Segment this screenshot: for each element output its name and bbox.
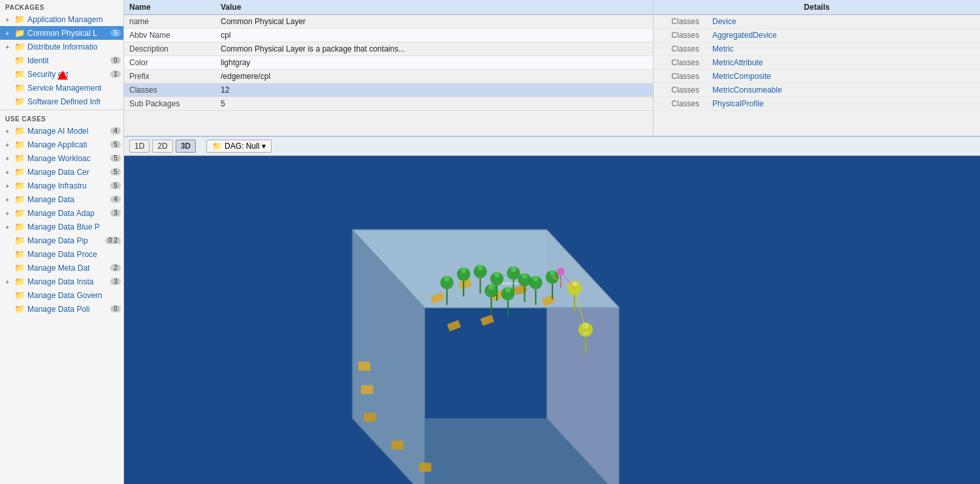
btn-2d[interactable]: 2D <box>152 140 172 153</box>
svg-rect-12 <box>419 463 432 472</box>
svg-rect-11 <box>392 441 404 450</box>
dag-dropdown[interactable]: 📁 DAG: Null ▾ <box>206 140 272 153</box>
sidebar-item-app-mgmt[interactable]: +📁Application Managem <box>0 12 123 26</box>
folder-icon: 📁 <box>14 69 25 79</box>
item-label: Manage Data Poli <box>27 305 108 314</box>
sidebar-item-manage-app[interactable]: +📁Manage Applicati5 <box>0 138 123 151</box>
detail-type: Classes <box>654 42 706 56</box>
item-label: Manage Data Govern <box>27 291 121 300</box>
sidebar-item-manage-meta-dat[interactable]: 📁Manage Meta Dat2 <box>0 261 123 275</box>
sidebar-item-manage-data-gov[interactable]: 📁Manage Data Govern <box>0 288 123 302</box>
table-row[interactable]: Colorlightgray <box>124 56 653 70</box>
sidebar-item-manage-data-cer[interactable]: +📁Manage Data Cer5 <box>0 165 123 179</box>
item-label: Manage Meta Dat <box>27 264 108 273</box>
3d-view: edgemere cpl <box>124 156 980 484</box>
table-row[interactable]: DescriptionCommon Physical Layer is a pa… <box>124 42 653 56</box>
sidebar-item-service-mgmt[interactable]: 📁Service Management <box>0 81 123 95</box>
table-row[interactable]: Classes12 <box>124 83 653 97</box>
properties-body: nameCommon Physical LayerAbbv NamecplDes… <box>124 15 653 111</box>
section-divider <box>0 110 123 110</box>
item-badge: 0 <box>110 57 121 64</box>
svg-rect-18 <box>481 314 495 326</box>
table-row: ClassesMetricConsumeable <box>654 83 980 97</box>
svg-rect-19 <box>447 320 462 332</box>
svg-text:edgemere: edgemere <box>502 281 520 285</box>
table-row: ClassesMetric <box>654 42 980 56</box>
folder-icon: 📁 <box>14 167 25 177</box>
top-panel: Name Value nameCommon Physical LayerAbbv… <box>124 0 980 137</box>
table-row: ClassesMetricComposite <box>654 70 980 83</box>
prop-name: Sub Packages <box>124 97 215 111</box>
table-row[interactable]: Prefix/edgemere/cpl <box>124 70 653 83</box>
item-badge: 3 <box>110 278 121 285</box>
detail-type: Classes <box>654 83 706 97</box>
detail-value: PhysicalProfile <box>706 97 980 111</box>
sidebar-item-manage-workload[interactable]: +📁Manage Workloac5 <box>0 151 123 165</box>
prop-value: lightgray <box>215 56 653 70</box>
dag-arrow-icon: ▾ <box>262 142 266 151</box>
sidebar-item-manage-data-ada[interactable]: +📁Manage Data Adap3 <box>0 206 123 220</box>
detail-value: Device <box>706 15 980 29</box>
item-label: Software Defined Infr <box>27 97 121 106</box>
btn-1d[interactable]: 1D <box>129 140 150 153</box>
sidebar-item-manage-data-blue[interactable]: +📁Manage Data Blue P <box>0 220 123 234</box>
sidebar-item-manage-infra[interactable]: +📁Manage Infrastru5 <box>0 179 123 192</box>
item-badge: 5 <box>110 141 121 148</box>
col-name-header: Name <box>124 0 215 15</box>
folder-icon: 📁 <box>14 14 25 24</box>
details-body: ClassesDeviceClassesAggregatedDeviceClas… <box>654 15 980 111</box>
detail-type: Classes <box>654 29 706 42</box>
svg-rect-10 <box>364 413 376 422</box>
expand-icon: + <box>5 223 13 231</box>
prop-value: cpl <box>215 29 653 42</box>
item-label: Application Managem <box>27 15 121 24</box>
btn-3d[interactable]: 3D <box>176 140 196 153</box>
item-label: Manage Data <box>27 195 108 204</box>
prop-name: Color <box>124 56 215 70</box>
item-badge: 2 <box>110 264 121 271</box>
sidebar-item-identity[interactable]: 📁Identit0 <box>0 53 123 67</box>
prop-name: name <box>124 15 215 29</box>
3d-cube-svg: edgemere cpl <box>242 164 686 484</box>
properties-table: Name Value nameCommon Physical LayerAbbv… <box>124 0 653 111</box>
item-label: Manage Data Blue P <box>27 222 121 232</box>
item-label: Manage Data Insta <box>27 277 108 286</box>
table-row: ClassesPhysicalProfile <box>654 97 980 111</box>
svg-point-50 <box>505 287 511 293</box>
props-scroll[interactable]: Name Value nameCommon Physical LayerAbbv… <box>124 0 653 136</box>
packages-section-label: PACKAGES <box>0 0 123 12</box>
table-row[interactable]: Abbv Namecpl <box>124 29 653 42</box>
folder-icon: 📁 <box>14 55 25 65</box>
table-row[interactable]: nameCommon Physical Layer <box>124 15 653 29</box>
item-badge: 5 <box>110 168 121 175</box>
sidebar-item-manage-data[interactable]: +📁Manage Data4 <box>0 192 123 206</box>
sidebar-item-manage-data-pol[interactable]: 📁Manage Data Poli0 <box>0 302 123 316</box>
svg-point-29 <box>477 265 483 271</box>
use-cases-list: +📁Manage AI Model4+📁Manage Applicati5+📁M… <box>0 124 123 316</box>
sidebar-item-manage-ai[interactable]: +📁Manage AI Model4 <box>0 124 123 138</box>
dag-folder-icon: 📁 <box>212 142 222 151</box>
folder-icon: 📁 <box>14 83 25 93</box>
folder-icon: 📁 <box>14 97 25 106</box>
svg-text:cpl: cpl <box>583 331 588 335</box>
folder-icon: 📁 <box>14 249 25 259</box>
svg-point-47 <box>488 284 494 290</box>
item-badge: 5 <box>110 155 121 162</box>
folder-icon: 📁 <box>14 208 25 218</box>
sidebar-item-software-defined[interactable]: 📁Software Defined Infr <box>0 95 123 108</box>
main-content: Name Value nameCommon Physical LayerAbbv… <box>124 0 980 484</box>
prop-value: 5 <box>215 97 653 111</box>
sidebar-item-manage-data-pip[interactable]: 📁Manage Data Pip0 2 <box>0 234 123 247</box>
item-badge: 1 <box>110 70 121 78</box>
svg-point-38 <box>522 273 528 279</box>
sidebar-item-common-physical[interactable]: +📁Common Physical L5 <box>0 26 123 40</box>
detail-value: MetricConsumeable <box>706 83 980 97</box>
sidebar-item-manage-data-proc[interactable]: 📁Manage Data Proce <box>0 247 123 261</box>
sidebar-item-distributed-info[interactable]: +📁Distribute Informatio <box>0 40 123 53</box>
folder-icon: 📁 <box>14 263 25 273</box>
folder-icon: 📁 <box>14 28 25 38</box>
detail-value: MetricAttribute <box>706 56 980 70</box>
table-row[interactable]: Sub Packages5 <box>124 97 653 111</box>
table-row: ClassesAggregatedDevice <box>654 29 980 42</box>
sidebar-item-manage-data-inst[interactable]: +📁Manage Data Insta3 <box>0 275 123 288</box>
